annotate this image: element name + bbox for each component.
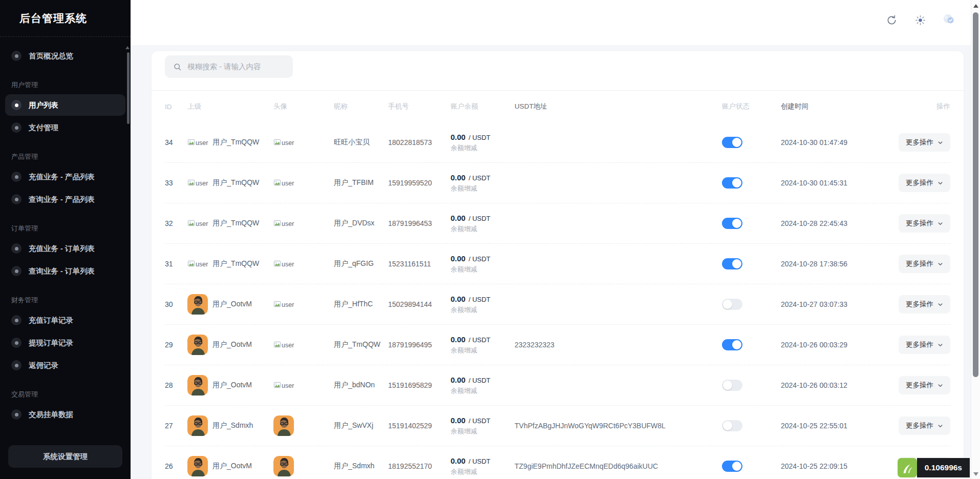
sidebar-menu-item[interactable]: 查询业务 - 订单列表 <box>5 260 125 282</box>
avatar-verified-icon[interactable] <box>942 13 955 27</box>
sidebar-menu-item[interactable]: 用户列表 <box>5 94 125 116</box>
sidebar-menu-item[interactable]: 充值业务 - 订单列表 <box>5 238 125 259</box>
sidebar-menu-item[interactable]: 充值业务 - 产品列表 <box>5 166 125 188</box>
account-status-toggle[interactable] <box>722 380 742 391</box>
cell-avatar: user <box>273 179 334 187</box>
user-avatar-photo <box>187 456 208 476</box>
broken-image-icon <box>273 179 281 186</box>
sidebar-menu-item[interactable]: 充值订单记录 <box>5 309 125 331</box>
account-status-toggle[interactable] <box>722 299 742 310</box>
balance-adjust-link[interactable]: 余额增减 <box>451 184 515 193</box>
balance-currency: / USDT <box>468 336 491 344</box>
cell-balance: 0.00/ USDT 余额增减 <box>451 456 515 476</box>
cell-created-time: 2024-10-30 01:45:31 <box>776 179 863 187</box>
sidebar-item-label: 提现订单记录 <box>29 338 73 348</box>
cell-id: 28 <box>165 381 187 389</box>
more-actions-button[interactable]: 更多操作 <box>899 255 950 273</box>
balance-currency: / USDT <box>468 417 491 425</box>
sidebar-scrollbar-thumb[interactable] <box>127 52 130 124</box>
balance-adjust-link[interactable]: 余额增减 <box>451 427 515 436</box>
user-avatar-photo <box>187 415 208 436</box>
cell-avatar: user <box>273 300 334 308</box>
broken-image-placeholder: user <box>273 382 294 389</box>
scrollbar-up-icon[interactable] <box>973 4 978 8</box>
cell-phone: 15029894144 <box>388 300 451 308</box>
cell-actions: 更多操作 <box>863 295 950 314</box>
more-actions-button[interactable]: 更多操作 <box>899 214 950 233</box>
menu-section-label: 用户管理 <box>11 80 125 90</box>
sidebar-menu-item[interactable]: 支付管理 <box>5 117 125 138</box>
search-icon <box>173 63 182 71</box>
theme-sun-icon[interactable] <box>913 13 927 27</box>
table-row: 34 user 用户_TmQQW user 旺旺小宝贝 18022818573 … <box>165 122 950 163</box>
more-actions-button[interactable]: 更多操作 <box>899 174 950 192</box>
balance-adjust-link[interactable]: 余额增减 <box>451 143 515 153</box>
cell-avatar: user <box>273 260 334 268</box>
balance-adjust-link[interactable]: 余额增减 <box>451 224 515 234</box>
balance-adjust-link[interactable]: 余额增减 <box>451 467 515 476</box>
account-status-toggle[interactable] <box>722 420 742 431</box>
account-status-toggle[interactable] <box>722 218 742 229</box>
broken-image-icon <box>187 260 195 267</box>
balance-adjust-link[interactable]: 余额增减 <box>451 305 515 315</box>
balance-adjust-link[interactable]: 余额增减 <box>451 386 515 395</box>
thinkphp-logo-icon <box>898 458 917 477</box>
sidebar-header: 后台管理系统 <box>0 0 131 37</box>
scrollbar-down-icon[interactable] <box>973 472 978 476</box>
sidebar-menu-item[interactable]: 首页概况总览 <box>5 45 125 67</box>
cell-parent-user: user 用户_TmQQW <box>187 138 273 147</box>
more-actions-button[interactable]: 更多操作 <box>899 416 950 435</box>
cell-created-time: 2024-10-30 01:47:49 <box>776 138 863 147</box>
balance-value: 0.00 <box>451 376 465 384</box>
balance-value: 0.00 <box>451 295 465 303</box>
cell-created-time: 2024-10-26 00:03:12 <box>776 381 863 389</box>
parent-avatar <box>187 375 208 395</box>
account-status-toggle[interactable] <box>722 258 742 269</box>
col-header-status: 账户状态 <box>722 102 776 111</box>
account-status-toggle[interactable] <box>722 177 742 189</box>
sidebar-menu-item[interactable]: 交易挂单数据 <box>5 404 125 425</box>
sidebar-menu-item[interactable]: 提现订单记录 <box>5 332 125 353</box>
chevron-down-icon <box>938 302 943 307</box>
cell-account-status <box>722 380 776 391</box>
balance-adjust-link[interactable]: 余额增减 <box>451 346 515 355</box>
cell-id: 27 <box>165 422 187 430</box>
main-area: ID 上级 头像 昵称 手机号 账户余额 USDT地址 账户状态 创建时间 操作… <box>131 0 980 479</box>
chevron-down-icon <box>938 342 943 348</box>
cell-phone: 18192552170 <box>388 462 451 470</box>
chevron-down-icon <box>938 261 943 267</box>
balance-value: 0.00 <box>451 254 465 263</box>
cell-phone: 18022818573 <box>388 138 451 147</box>
cell-actions: 更多操作 <box>863 416 950 435</box>
sidebar-menu-item[interactable]: 返佣记录 <box>5 355 125 376</box>
account-status-toggle[interactable] <box>722 461 742 472</box>
table-row: 31 user 用户_TmQQW user 用户_qFGIG 152311615… <box>165 244 950 284</box>
sidebar-scroll-up-icon[interactable] <box>125 46 130 49</box>
broken-image-placeholder: user <box>187 261 208 268</box>
account-status-toggle[interactable] <box>722 339 742 350</box>
cell-account-status <box>722 461 776 472</box>
broken-image-placeholder: user <box>187 139 208 147</box>
more-actions-button[interactable]: 更多操作 <box>899 295 950 314</box>
account-status-toggle[interactable] <box>722 137 742 148</box>
balance-currency: / USDT <box>468 134 491 141</box>
more-actions-button[interactable]: 更多操作 <box>899 336 950 354</box>
more-actions-button[interactable]: 更多操作 <box>899 133 950 152</box>
dot-circle-icon <box>11 409 22 420</box>
col-header-avatar: 头像 <box>273 102 334 111</box>
broken-image-icon <box>187 219 195 227</box>
sidebar-menu-item[interactable]: 查询业务 - 产品列表 <box>5 189 125 210</box>
refresh-icon[interactable] <box>885 13 898 27</box>
dot-circle-icon <box>11 243 22 254</box>
cell-nickname: 用户_Sdmxh <box>334 462 388 471</box>
cell-phone: 18791996495 <box>388 341 451 349</box>
cell-created-time: 2024-10-26 00:03:29 <box>776 341 863 349</box>
search-input[interactable] <box>187 63 280 71</box>
page-scrollbar-thumb[interactable] <box>973 12 978 377</box>
broken-image-placeholder: user <box>187 220 208 227</box>
system-settings-button[interactable]: 系统设置管理 <box>8 445 122 468</box>
cell-usdt-address: TZ9giE9PmhDhfJZeECMnqEDd6q96aikUUC <box>515 462 722 470</box>
balance-adjust-link[interactable]: 余额增减 <box>451 265 515 274</box>
debug-toolbar[interactable]: 0.106996s <box>898 458 970 477</box>
more-actions-button[interactable]: 更多操作 <box>899 376 950 394</box>
